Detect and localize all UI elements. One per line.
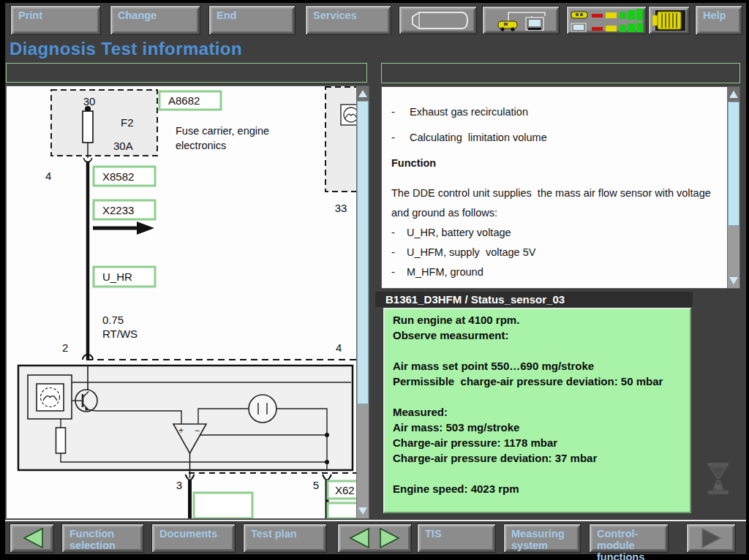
page-title: Diagnosis Test information (10, 39, 242, 59)
connector-x62-label: X62 (335, 484, 355, 496)
end-button[interactable]: End (208, 5, 296, 35)
fan-component-box (325, 87, 356, 192)
help-button-label: Help (696, 6, 742, 21)
document-scrollbar-thumb[interactable] (728, 102, 739, 226)
measuring-system-label: Measuring system (504, 524, 580, 551)
connector-plug-icon (651, 9, 687, 32)
print-button[interactable]: Print (10, 5, 101, 35)
tis-button[interactable]: TIS (417, 523, 496, 553)
status-line (393, 343, 682, 358)
vehicle-link-button[interactable] (482, 6, 560, 34)
scroll-up-icon (358, 90, 367, 97)
arrows-left-right-icon (342, 526, 407, 550)
doc-line: - Exhaust gas recirculation (391, 102, 724, 122)
doc-line: - M_HFM, ground (391, 262, 724, 282)
print-button-label: Print (11, 6, 100, 21)
wiring-diagram: 30 F2 30A A8682 Fuse carrier, engine ele… (7, 86, 356, 518)
doc-line: and ground as follows: (391, 203, 724, 223)
memory-cylinder-icon (403, 10, 473, 31)
memory-cylinder-button[interactable] (399, 6, 477, 34)
function-selection-button[interactable]: Function selection (61, 523, 144, 553)
right-panel-header: Mass Air Flow Sensor DDE 4.0 (381, 63, 740, 83)
resistor-symbol (56, 428, 66, 453)
pin-5-terminal (323, 474, 331, 480)
status-indicators-button[interactable] (566, 6, 647, 34)
help-button[interactable]: Help (695, 5, 742, 35)
pin-2-label: 2 (62, 341, 68, 354)
status-line: Air mass set point 550…690 mg/stroke (393, 358, 682, 374)
scroll-down-icon (358, 507, 367, 515)
change-button-label: Change (110, 6, 200, 21)
connector-plug-button[interactable] (648, 6, 690, 34)
measurement-result-box: Run engine at 4100 rpm.Observe measurmen… (383, 308, 691, 513)
diagram-scroll-up-button[interactable] (357, 86, 369, 101)
signal-uhr-label: U_HR (102, 270, 132, 283)
status-header: B1361_D3HFM / Status_sensor_03 (375, 292, 693, 307)
connector-a8682-label: A8682 (168, 94, 200, 107)
nav-back-button[interactable] (10, 523, 54, 553)
diagram-scrollbar-thumb[interactable] (357, 101, 369, 404)
scroll-up-icon (729, 91, 738, 98)
services-button[interactable]: Services (305, 5, 391, 35)
fuse-carrier-box (51, 90, 157, 156)
document-text: - Exhaust gas recirculation- Calculating… (383, 88, 724, 301)
pin-5-label: 5 (313, 479, 319, 491)
dis-screen: Print Change End Services (0, 0, 749, 560)
doc-line: - U_HFM, supply voltage 5V (391, 243, 724, 262)
fuse-carrier-caption-2: electronics (176, 140, 226, 151)
doc-line: The DDE control unit supplies the mass a… (391, 183, 724, 203)
status-line: Permissible charge-air pressure deviatio… (393, 374, 682, 389)
control-module-functions-label: Control-module functions (590, 524, 668, 560)
opamp-minus: − (195, 425, 200, 436)
wire-color-label: RT/WS (102, 328, 138, 340)
pin-33-label: 33 (335, 202, 347, 214)
status-indicators-icon (570, 9, 643, 32)
status-line: Measured: (393, 404, 682, 420)
nav-forward-button[interactable] (686, 523, 736, 553)
document-scroll-down-button[interactable] (728, 273, 739, 288)
pin-4-left-label: 4 (45, 170, 51, 182)
vehicle-link-icon (486, 9, 555, 32)
sensor-internal-box (18, 366, 353, 470)
left-panel-header: Hot-film mass air flow sensor (6, 63, 367, 83)
motor-symbol (249, 395, 276, 423)
status-line: Run engine at 4100 rpm. (393, 312, 682, 328)
wire-gauge-label: 0.75 (102, 314, 124, 326)
test-plan-label: Test plan (244, 524, 326, 540)
status-line (393, 466, 682, 481)
tis-label: TIS (418, 524, 495, 540)
fuse-carrier-caption-1: Fuse carrier, engine (176, 125, 269, 137)
status-line: Observe measurment: (393, 328, 682, 343)
wire-hook-top (84, 158, 92, 162)
terminal-30-label: 30 (83, 95, 96, 107)
connector-box-empty (194, 493, 252, 518)
diagram-scrollbar (356, 86, 369, 518)
scroll-down-icon (729, 277, 738, 284)
function-selection-label: Function selection (62, 524, 143, 551)
page-nav-button[interactable] (337, 523, 412, 553)
services-button-label: Services (306, 6, 391, 21)
change-button[interactable]: Change (110, 5, 200, 35)
status-line (393, 389, 682, 404)
fuse-symbol (83, 111, 93, 143)
fuse-name-label: F2 (121, 116, 134, 129)
hourglass-busy-icon (704, 461, 732, 496)
toolbar-separator (5, 520, 746, 521)
control-module-functions-button[interactable]: Control-module functions (589, 523, 669, 553)
end-button-label: End (209, 6, 295, 21)
status-line: Charge-air pressure: 1178 mbar (393, 435, 682, 450)
test-plan-button[interactable]: Test plan (243, 523, 327, 553)
doc-line: - U_HR, battery voltage (391, 223, 724, 243)
documents-label: Documents (152, 524, 235, 540)
document-scroll-up-button[interactable] (728, 87, 739, 102)
connector-x2233-label: X2233 (102, 204, 134, 216)
status-line: Air mass: 503 mg/stroke (393, 420, 682, 435)
measuring-system-button[interactable]: Measuring system (503, 523, 581, 553)
arrow-right-disabled-icon (696, 526, 726, 550)
diagram-scroll-down-button[interactable] (357, 503, 369, 518)
fuse-rating-label: 30A (113, 140, 133, 152)
documents-button[interactable]: Documents (151, 523, 236, 553)
pin-4-right-label: 4 (336, 341, 342, 354)
status-line: Engine speed: 4023 rpm (393, 481, 682, 496)
doc-line: - Calculating limitation volume (391, 128, 724, 148)
